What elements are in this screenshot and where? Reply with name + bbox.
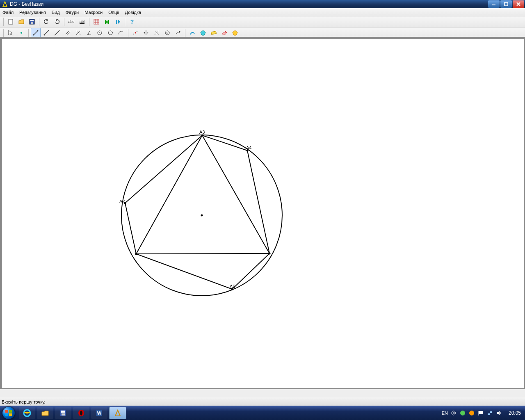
tray-flag-icon[interactable] (477, 410, 484, 416)
tray-network-icon[interactable] (486, 410, 493, 416)
m-green-button[interactable]: M (102, 17, 112, 27)
svg-point-43 (165, 31, 169, 35)
svg-rect-70 (9, 410, 12, 413)
titlebar: DG - БезНазви (0, 0, 525, 8)
arrow-tool[interactable] (6, 28, 16, 38)
fill-tool[interactable] (230, 28, 240, 38)
taskbar: W EN 20:05 (0, 406, 525, 420)
trace-tool[interactable] (187, 28, 197, 38)
taskbar-opera-icon[interactable] (73, 407, 89, 419)
svg-line-54 (202, 135, 269, 253)
menu-macros[interactable]: Макроси (84, 10, 103, 15)
window-maximize-button[interactable] (500, 0, 512, 8)
menu-figures[interactable]: Фігури (66, 10, 79, 15)
svg-line-53 (136, 135, 202, 254)
svg-point-36 (137, 31, 137, 32)
window-close-button[interactable] (513, 0, 524, 8)
grid-button[interactable] (91, 17, 101, 27)
svg-rect-11 (94, 19, 99, 24)
svg-marker-47 (201, 30, 205, 35)
ruler-tool[interactable] (209, 28, 219, 38)
menubar: Файл Редагування Вид Фігури Макроси Опці… (0, 8, 525, 16)
svg-point-63 (135, 253, 137, 255)
point-tool[interactable] (16, 28, 26, 38)
rotate-tool[interactable] (152, 28, 162, 38)
svg-point-39 (144, 32, 145, 34)
text-abc-button[interactable]: abc (66, 17, 76, 27)
svg-line-57 (125, 135, 202, 203)
taskbar-dg-icon[interactable] (109, 407, 126, 419)
tray-orange-icon[interactable] (468, 410, 475, 416)
svg-point-65 (201, 135, 203, 137)
taskbar-save-icon[interactable] (55, 407, 71, 419)
start-button[interactable] (0, 406, 17, 420)
undo-button[interactable] (41, 17, 51, 27)
status-text: Вкажіть першу точку. (2, 399, 46, 404)
circle-tool[interactable] (95, 28, 105, 38)
translate-tool[interactable] (173, 28, 183, 38)
new-button[interactable] (6, 17, 16, 27)
angle-tool[interactable] (84, 28, 94, 38)
help-button[interactable]: ? (127, 17, 137, 27)
menu-options[interactable]: Опції (108, 10, 119, 15)
svg-marker-18 (9, 30, 12, 35)
svg-point-22 (37, 30, 39, 32)
window-minimize-button[interactable] (488, 0, 500, 8)
play-button[interactable] (113, 17, 123, 27)
svg-point-35 (133, 34, 134, 34)
arc-tool[interactable] (116, 28, 126, 38)
menu-file[interactable]: Файл (2, 10, 14, 15)
app-icon (2, 1, 8, 7)
ray-tool[interactable] (41, 28, 51, 38)
reflect-tool[interactable] (141, 28, 151, 38)
midpoint-tool[interactable] (130, 28, 140, 38)
text-abl-button[interactable]: abl (77, 17, 87, 27)
open-button[interactable] (16, 17, 26, 27)
segment-tool[interactable] (31, 28, 41, 38)
svg-line-27 (67, 32, 70, 35)
line-tool[interactable] (52, 28, 62, 38)
tray-wifi-icon[interactable] (450, 410, 457, 416)
svg-rect-86 (479, 411, 483, 414)
svg-point-62 (201, 215, 203, 217)
svg-rect-7 (30, 20, 34, 21)
svg-line-58 (202, 135, 247, 151)
svg-rect-5 (9, 19, 13, 24)
tray-lang[interactable]: EN (442, 411, 448, 415)
eraser-tool[interactable] (219, 28, 229, 38)
work-area: A3A4A2A6 (0, 37, 525, 389)
menu-view[interactable]: Вид (52, 10, 60, 15)
taskbar-ie-icon[interactable] (19, 407, 35, 419)
system-tray: EN 20:05 (439, 410, 525, 416)
svg-marker-46 (179, 31, 180, 33)
intersect-tool[interactable] (73, 28, 83, 38)
save-button[interactable] (27, 17, 37, 27)
tray-volume-icon[interactable] (495, 410, 502, 416)
circle3-tool[interactable] (105, 28, 115, 38)
svg-line-23 (44, 30, 49, 35)
svg-line-20 (34, 31, 38, 35)
svg-rect-49 (222, 32, 226, 35)
polygon-tool[interactable] (198, 28, 208, 38)
tray-clock[interactable]: 20:05 (509, 410, 521, 416)
geometry-drawing (2, 39, 494, 388)
taskbar-explorer-icon[interactable] (37, 407, 53, 419)
canvas[interactable]: A3A4A2A6 (2, 39, 524, 388)
svg-rect-75 (61, 411, 65, 413)
tray-green-icon[interactable] (459, 410, 466, 416)
taskbar-word-icon[interactable]: W (91, 407, 107, 419)
svg-rect-2 (504, 2, 508, 6)
svg-line-26 (66, 31, 69, 34)
menu-edit[interactable]: Редагування (19, 10, 46, 15)
svg-rect-72 (9, 413, 12, 416)
parallel-tool[interactable] (63, 28, 73, 38)
dilate-tool[interactable] (162, 28, 172, 38)
svg-line-59 (247, 151, 269, 253)
svg-point-33 (108, 32, 109, 33)
svg-line-60 (232, 253, 269, 289)
menu-help[interactable]: Довідка (125, 10, 142, 15)
svg-marker-81 (115, 410, 120, 416)
svg-rect-88 (488, 413, 490, 415)
redo-button[interactable] (52, 17, 62, 27)
svg-rect-48 (211, 31, 216, 35)
